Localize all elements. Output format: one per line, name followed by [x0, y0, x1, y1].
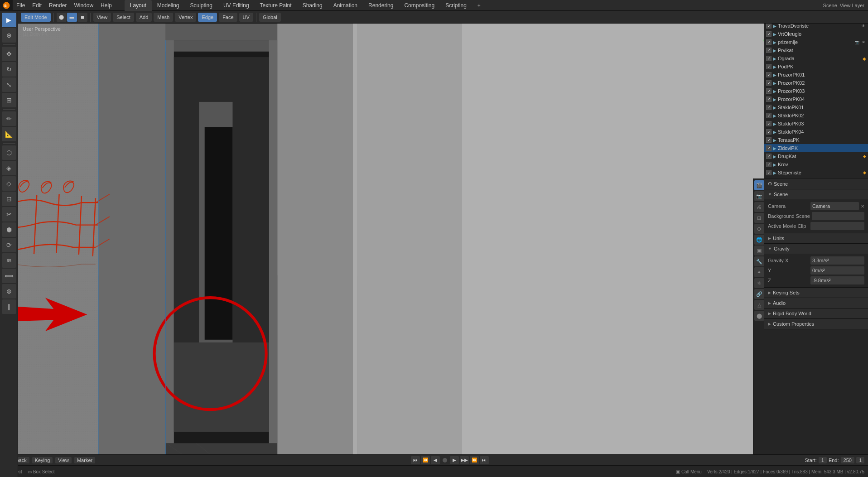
inset-btn[interactable]: ◈ — [2, 161, 16, 175]
vis-checkbox[interactable]: ✓ — [766, 80, 772, 86]
outliner-item-zidovipk[interactable]: ✓ ▶ ZidoviPK — [764, 144, 868, 152]
render-props-btn[interactable]: 📷 — [754, 191, 764, 201]
vis-checkbox[interactable]: ✓ — [766, 56, 772, 61]
units-section-header[interactable]: ▶ Units — [764, 233, 868, 243]
loop-cut-btn[interactable]: ⊟ — [2, 192, 16, 206]
current-frame-input[interactable]: 1 — [856, 457, 864, 463]
material-btn[interactable]: ⬤ — [754, 311, 764, 321]
annotate-tool-btn[interactable]: ✏ — [2, 111, 16, 126]
vis-checkbox[interactable]: ✓ — [766, 113, 772, 118]
step-fwd-btn[interactable]: ⏩ — [470, 456, 479, 464]
vis-checkbox[interactable]: ✓ — [766, 64, 772, 69]
outliner-item-prozorpk01[interactable]: ✓ ▶ ProzorPK01 — [764, 71, 868, 79]
vis-checkbox[interactable]: ✓ — [766, 88, 772, 94]
outliner-item-krov[interactable]: ✓ ▶ Krov — [764, 160, 868, 169]
face-mode-btn[interactable]: ◼ — [77, 13, 87, 22]
outliner-item-staklopk01[interactable]: ✓ ▶ StakloPK01 — [764, 103, 868, 111]
outliner-item-prozorpk04[interactable]: ✓ ▶ ProzorPK04 — [764, 95, 868, 103]
mode-dropdown[interactable]: Edit Mode — [21, 13, 51, 22]
vis-checkbox[interactable]: ✓ — [766, 105, 772, 110]
view-btn[interactable]: View — [55, 457, 72, 463]
outliner-item-drugkat[interactable]: ✓ ▶ DrugKat ◆ — [764, 152, 868, 160]
vis-checkbox[interactable]: ✓ — [766, 121, 772, 126]
outliner-item-podpk[interactable]: ✓ ▶ PodPK — [764, 63, 868, 71]
gravity-x-value[interactable]: 3.3m/s² — [810, 256, 864, 265]
edge-mode-btn[interactable]: ▬ — [67, 13, 77, 22]
uv-menu-btn[interactable]: UV — [239, 13, 253, 22]
tab-uv-editing[interactable]: UV Editing — [218, 0, 255, 11]
output-props-btn[interactable]: 🖨 — [754, 202, 764, 212]
step-back-btn[interactable]: ⏪ — [421, 456, 430, 464]
select-tool-btn[interactable]: ▶ — [2, 13, 16, 27]
outliner-item-staklopk02[interactable]: ✓ ▶ StakloPK02 — [764, 111, 868, 120]
outliner-item-ograda[interactable]: ✓ ▶ Ograda ◆ — [764, 54, 868, 63]
edge-slide-btn[interactable]: ⟺ — [2, 269, 16, 283]
jump-end-btn[interactable]: ⏭ — [480, 456, 489, 464]
scene-props-btn2[interactable]: ⊙ — [754, 224, 764, 234]
menu-window[interactable]: Window — [70, 0, 97, 11]
select-menu-btn[interactable]: Select — [113, 13, 134, 22]
bevel-btn[interactable]: ◇ — [2, 176, 16, 191]
eye-icon[interactable]: 👁 — [861, 24, 866, 28]
gravity-y-value[interactable]: 0m/s² — [810, 266, 864, 275]
move-tool-btn[interactable]: ✥ — [2, 47, 16, 61]
camera-value[interactable]: Camera — [810, 202, 859, 210]
vis-checkbox[interactable]: ✓ — [766, 137, 772, 143]
tab-scripting[interactable]: Scripting — [440, 0, 472, 11]
vis-checkbox[interactable]: ✓ — [766, 170, 772, 175]
keying-btn[interactable]: Keying — [32, 457, 53, 463]
transform-tool-btn[interactable]: ⊞ — [2, 93, 16, 107]
menu-render[interactable]: Render — [45, 0, 70, 11]
outliner-item-prvikat[interactable]: ✓ ▶ Prvikat — [764, 46, 868, 54]
main-viewport[interactable]: T User Perspective (1) ZidoviPK — [18, 24, 764, 454]
tab-layout[interactable]: Layout — [125, 0, 152, 11]
marker-btn[interactable]: Marker — [74, 457, 95, 463]
smooth-btn[interactable]: ≋ — [2, 253, 16, 268]
custom-props-header[interactable]: ▶ Custom Properties — [764, 319, 868, 329]
outliner-item-terasapk[interactable]: ✓ ▶ TerasaPK — [764, 136, 868, 144]
outliner-item-staklopk04[interactable]: ✓ ▶ StakloPK04 — [764, 128, 868, 136]
outliner-item-vrtokruglo[interactable]: ✓ ▶ VrtOkruglo — [764, 30, 868, 38]
vis-checkbox[interactable]: ✓ — [766, 129, 772, 135]
tab-shading[interactable]: Shading — [297, 0, 328, 11]
particles-btn[interactable]: ✦ — [754, 267, 764, 277]
tab-texture-paint[interactable]: Texture Paint — [255, 0, 297, 11]
add-menu-btn[interactable]: Add — [136, 13, 152, 22]
extrude-btn[interactable]: ⬡ — [2, 145, 16, 160]
rotate-tool-btn[interactable]: ↻ — [2, 62, 16, 77]
vis-checkbox[interactable]: ✓ — [766, 162, 772, 167]
object-props-btn[interactable]: ▣ — [754, 246, 764, 255]
vis-checkbox[interactable]: ✓ — [766, 23, 772, 29]
end-frame-input[interactable]: 250 — [841, 457, 854, 463]
scene-props-btn[interactable]: 🎬 — [754, 180, 764, 190]
face-menu-btn[interactable]: Face — [219, 13, 237, 22]
play-btn[interactable]: ▶ — [450, 456, 459, 464]
start-frame-input[interactable]: 1 — [819, 457, 827, 463]
menu-help[interactable]: Help — [97, 0, 116, 11]
modifier-props-btn[interactable]: 🔧 — [754, 256, 764, 266]
outliner-item-prozorpk02[interactable]: ✓ ▶ ProzorPK02 — [764, 79, 868, 87]
tab-add[interactable]: + — [472, 0, 486, 11]
bg-scene-value[interactable] — [812, 212, 864, 220]
measure-tool-btn[interactable]: 📐 — [2, 127, 16, 141]
outliner-item-stepeniste[interactable]: ✓ ▶ Stepeniste ◆ — [764, 169, 868, 177]
eye-icon[interactable]: 👁 — [861, 40, 866, 44]
tab-sculpting[interactable]: Sculpting — [185, 0, 218, 11]
mesh-menu-btn[interactable]: Mesh — [154, 13, 173, 22]
spin-btn[interactable]: ⟳ — [2, 238, 16, 252]
vertex-menu-btn[interactable]: Vertex — [175, 13, 196, 22]
vis-checkbox[interactable]: ✓ — [766, 72, 772, 77]
vis-checkbox[interactable]: ✓ — [766, 96, 772, 102]
outliner-item-prozorpk03[interactable]: ✓ ▶ ProzorPK03 — [764, 87, 868, 95]
tab-modeling[interactable]: Modeling — [152, 0, 185, 11]
next-frame-btn[interactable]: ▶▶ — [460, 456, 469, 464]
vis-checkbox[interactable]: ✓ — [766, 145, 772, 151]
scene-section-header[interactable]: ▼ Scene — [764, 189, 868, 199]
keying-sets-header[interactable]: ▶ Keying Sets — [764, 288, 868, 298]
poly-build-btn[interactable]: ⬢ — [2, 222, 16, 237]
edge-menu-btn[interactable]: Edge — [198, 13, 217, 22]
gravity-section-header[interactable]: ▼ Gravity — [764, 244, 868, 254]
menu-file[interactable]: File — [13, 0, 29, 11]
constraints-btn[interactable]: 🔗 — [754, 289, 764, 299]
vis-checkbox[interactable]: ✓ — [766, 39, 772, 45]
